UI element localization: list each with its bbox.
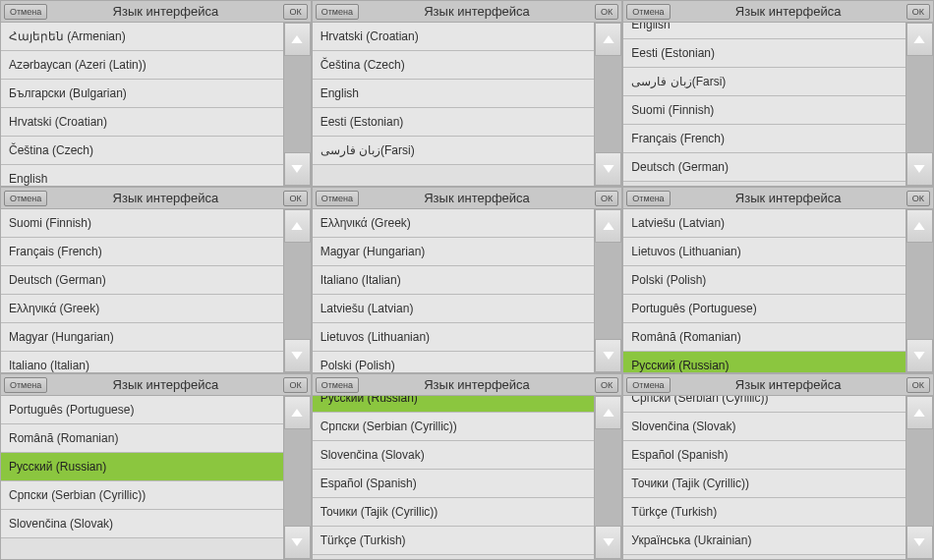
scroll-track[interactable] [284,429,311,526]
scroll-track[interactable] [595,243,621,339]
list-item[interactable]: Português (Portuguese) [623,295,905,323]
list-item[interactable]: Polski (Polish) [623,266,905,295]
list-item[interactable]: Türkçe (Turkish) [313,527,595,555]
ok-button[interactable]: ОК [595,377,618,393]
list-item[interactable]: English [313,80,595,108]
dialog-title: Язык интерфейса [359,191,595,205]
list-item[interactable]: Italiano (Italian) [1,352,283,372]
list-item[interactable]: Български (Bulgarian) [1,80,283,108]
scroll-track[interactable] [906,56,933,152]
scroll-up-icon[interactable] [595,209,621,243]
scroll-up-icon[interactable] [906,209,933,243]
list-item[interactable]: Eesti (Estonian) [313,108,595,137]
ok-button[interactable]: ОК [906,4,930,20]
ok-button[interactable]: ОК [906,191,930,206]
scroll-track[interactable] [906,429,933,526]
cancel-button[interactable]: Отмена [316,191,359,206]
list-item[interactable]: Azərbaycan (Azeri (Latin)) [1,51,283,80]
language-list: Latviešu (Latvian)Lietuvos (Lithuanian)P… [623,209,905,372]
list-item[interactable]: Українська (Ukrainian) [623,527,905,555]
scroll-up-icon[interactable] [284,23,311,56]
list-item[interactable]: Français (French) [1,238,283,266]
scroll-track[interactable] [284,243,311,339]
list-item[interactable]: Точики (Tajik (Cyrillic)) [313,498,595,527]
cancel-button[interactable]: Отмена [626,4,670,20]
scroll-down-icon[interactable] [906,152,933,186]
list-item[interactable]: Italiano (Italian) [313,266,595,295]
scroll-up-icon[interactable] [595,23,621,56]
scroll-track[interactable] [906,243,933,339]
list-item[interactable]: Deutsch (German) [1,266,283,295]
scroll-down-icon[interactable] [284,152,311,186]
list-item[interactable]: Lietuvos (Lithuanian) [623,238,905,266]
scroll-down-icon[interactable] [284,526,311,559]
scroll-track[interactable] [284,56,311,152]
cancel-button[interactable]: Отмена [626,377,670,393]
list-item[interactable]: Suomi (Finnish) [1,209,283,238]
scrollbar [905,23,933,186]
cancel-button[interactable]: Отмена [316,377,359,393]
list-item[interactable]: Hrvatski (Croatian) [1,108,283,137]
list-item[interactable]: زبان فارسی(Farsi) [623,68,905,96]
list-item[interactable]: Română (Romanian) [623,323,905,352]
cancel-button[interactable]: Отмена [4,377,47,393]
list-item[interactable]: Latviešu (Latvian) [623,209,905,238]
scroll-down-icon[interactable] [906,526,933,559]
list-item[interactable]: Magyar (Hungarian) [1,323,283,352]
scroll-down-icon[interactable] [284,339,311,372]
scroll-down-icon[interactable] [595,526,621,559]
cancel-button[interactable]: Отмена [316,4,359,20]
list-item[interactable]: Latviešu (Latvian) [313,295,595,323]
list-item[interactable]: Eesti (Estonian) [623,39,905,68]
scroll-down-icon[interactable] [595,339,621,372]
list-item[interactable]: Српски (Serbian (Cyrillic)) [1,481,283,510]
list-item[interactable]: Suomi (Finnish) [623,96,905,125]
scroll-up-icon[interactable] [595,396,621,429]
list-item[interactable]: Ελληνικά (Greek) [313,209,595,238]
scroll-down-icon[interactable] [595,152,621,186]
scroll-up-icon[interactable] [284,396,311,429]
list-item[interactable]: Slovenčina (Slovak) [1,510,283,538]
ok-button[interactable]: ОК [595,191,618,206]
list-item[interactable]: زبان فارسی(Farsi) [313,137,595,165]
list-item[interactable]: Slovenčina (Slovak) [623,413,905,441]
list-item[interactable]: Lietuvos (Lithuanian) [313,323,595,352]
list-item[interactable]: Polski (Polish) [313,352,595,372]
list-item[interactable]: Magyar (Hungarian) [313,238,595,266]
list-item[interactable]: English [623,23,905,39]
list-item[interactable]: Română (Romanian) [1,424,283,453]
list-item[interactable]: Deutsch (German) [623,153,905,182]
scroll-track[interactable] [595,429,621,526]
cancel-button[interactable]: Отмена [4,4,47,20]
list-item[interactable]: Slovenčina (Slovak) [313,441,595,470]
scroll-up-icon[interactable] [284,209,311,243]
list-item[interactable]: Čeština (Czech) [1,137,283,165]
scroll-up-icon[interactable] [906,23,933,56]
list-item[interactable]: Русский (Russian) [623,352,905,372]
list-item[interactable]: Türkçe (Turkish) [623,498,905,527]
list-item[interactable]: Čeština (Czech) [313,51,595,80]
scroll-up-icon[interactable] [906,396,933,429]
list-item[interactable]: Српски (Serbian (Cyrillic)) [623,396,905,413]
list-item[interactable]: Español (Spanish) [623,441,905,470]
list-item[interactable]: Русский (Russian) [1,453,283,481]
cancel-button[interactable]: Отмена [4,191,47,206]
scroll-track[interactable] [595,56,621,152]
list-item[interactable]: Српски (Serbian (Cyrillic)) [313,413,595,441]
cancel-button[interactable]: Отмена [626,191,670,206]
list-item[interactable]: Hrvatski (Croatian) [313,23,595,51]
list-item[interactable]: Русский (Russian) [313,396,595,413]
scroll-down-icon[interactable] [906,339,933,372]
ok-button[interactable]: ОК [283,191,307,206]
list-item[interactable]: Español (Spanish) [313,470,595,498]
ok-button[interactable]: ОК [906,377,930,393]
list-item[interactable]: Точики (Tajik (Cyrillic)) [623,470,905,498]
ok-button[interactable]: ОК [283,4,307,20]
ok-button[interactable]: ОК [595,4,618,20]
list-item[interactable]: Հայերեն (Armenian) [1,23,283,51]
ok-button[interactable]: ОК [283,377,307,393]
list-item[interactable]: Français (French) [623,125,905,153]
list-item[interactable]: English [1,165,283,186]
list-item[interactable]: Português (Portuguese) [1,396,283,424]
list-item[interactable]: Ελληνικά (Greek) [1,295,283,323]
